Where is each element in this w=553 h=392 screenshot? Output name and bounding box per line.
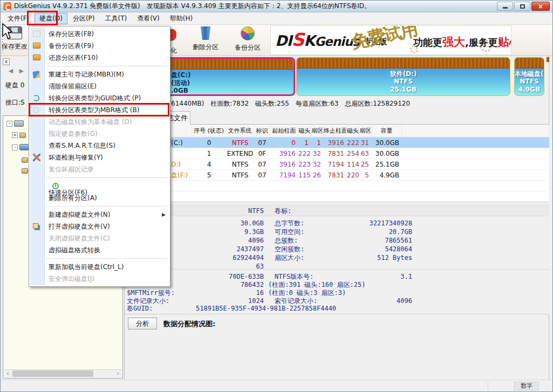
backup-partition-button[interactable]: 备份分区 [227, 26, 269, 52]
tree-node[interactable]: + [12, 132, 26, 138]
window-controls: × [497, 2, 550, 11]
menu-item-dynamic-to-basic: 动态磁盘转换为基本磁盘 (D) [29, 116, 170, 128]
horizontal-scrollbar[interactable]: ‹ › [4, 369, 122, 377]
prev-disk-button[interactable]: ◀ [6, 67, 15, 75]
volume-guid: 51891B5E-935F-4934-981B-2257858F4440 [196, 304, 336, 313]
menu-item-bad-track-check[interactable]: 坏道检测与修复(Y) [29, 152, 170, 163]
menu-item-quick-partition[interactable]: 快速分区(F6) [29, 180, 170, 192]
format-button[interactable]: 化 [170, 46, 177, 56]
details-divider [125, 269, 549, 270]
analyze-button[interactable]: 分析 [128, 318, 157, 329]
menu-item-convert-to-guid[interactable]: 转换分区表类型为GUID格式 (P) [29, 92, 170, 104]
menu-separator [29, 256, 170, 261]
detail-row: 9.3GB 可用空间: 20.7GB [125, 228, 470, 236]
tree-node[interactable] [20, 157, 28, 163]
detail-row: 70DE-633B NTFS版本号: 3.1 [125, 272, 470, 281]
rebuild-mbr-icon [32, 71, 40, 79]
table-row-f[interactable]: 盘(F:) 5 NTFS 07 7194 115 26 7831 220 5 4… [125, 170, 549, 181]
panel-close-button[interactable]: x [3, 58, 10, 65]
partition-bar-d[interactable]: 软件(D:) NTFS 25.1GB [296, 57, 510, 96]
backup-table-icon [33, 43, 40, 49]
menu-separator [29, 204, 170, 209]
partition-bar-top [515, 58, 544, 68]
disk-icon [14, 120, 24, 127]
menu-view[interactable]: 查看(V) [132, 13, 165, 24]
scroll-right-arrow[interactable]: › [114, 370, 122, 377]
detail-row: $MFTMirr簇号: 16 (柱面:0 磁头:3 扇区:3) [125, 288, 470, 297]
banner-trial-text: 免费试用 [349, 25, 420, 54]
menu-item-new-virtual-disk[interactable]: 新建虚拟硬盘文件(N)▶ [29, 209, 170, 221]
tree-node[interactable] [20, 168, 28, 174]
table-row-empty [125, 181, 549, 191]
partition-bar-clipped-edge [547, 57, 549, 62]
scroll-left-arrow[interactable]: ‹ [4, 370, 12, 377]
pie-chart-icon [241, 26, 255, 40]
table-header-row: 序号 (状态) 文件系统 标识 起始柱面 磁头 扇区 终止柱面 磁头 扇区 容量 [125, 125, 549, 137]
app-logo-icon [3, 2, 11, 10]
menu-help[interactable]: 帮助(H) [165, 13, 197, 24]
menu-separator [29, 64, 170, 68]
disk-label: 硬盘 0 [5, 81, 24, 90]
statusbar: 数字 [1, 380, 552, 391]
menu-partition[interactable]: 分区(P) [68, 13, 100, 24]
disk-nav: ◀ ▶ [6, 67, 26, 75]
quick-partition-clock-icon [52, 183, 59, 189]
detail-row: 786432 (柱面:391 磁头:160 扇区:25) [125, 280, 470, 289]
menu-item-delete-all-partitions[interactable]: 删除所有分区(A) [29, 192, 170, 204]
partition-table: 序号 (状态) 文件系统 标识 起始柱面 磁头 扇区 终止柱面 磁头 扇区 容量… [125, 125, 549, 202]
section-divider [125, 314, 549, 314]
menu-item-view-smart[interactable]: 查看S.M.A.R.T.信息(S) [29, 140, 170, 152]
detail-row: 62924494 扇区大小: 512 Bytes [125, 253, 470, 262]
disk-menu-popup: 保存分区表(F8) 备份分区表(F9) 还原分区表(F10) 重建主引导记录(M… [29, 26, 170, 287]
menu-tools[interactable]: 工具(T) [100, 13, 132, 24]
menu-item-safe-eject: 安全弹出磁盘(J) [29, 273, 170, 285]
tree-node[interactable]: - [12, 144, 29, 150]
disk-geometry-line: 61440MB) 柱面数:7832 磁头数:255 每道扇区数:63 总扇区数:… [125, 99, 549, 109]
restore-table-icon [33, 54, 40, 60]
annotation-box-convert-mbr [29, 103, 169, 116]
diskgenius-window: DiskGenius V4.9.2.371 免费版(单文件版) 发现新版本 V4… [0, 0, 553, 392]
detail-row: 4096 总簇数: 7865561 [125, 236, 470, 245]
scrollbar-thumb[interactable] [12, 370, 93, 377]
delete-partition-button[interactable]: 删除分区 [185, 26, 227, 52]
menu-item-open-virtual-disk[interactable]: 打开虚拟硬盘文件(V) [29, 221, 170, 232]
detail-row: 卷GUID: 51891B5E-935F-4934-981B-2257858F4… [125, 304, 470, 313]
partition-bar-f[interactable]: 本地磁盘(F:) NTFS 4.9GB [514, 57, 544, 96]
menu-item-rebuild-mbr[interactable]: 重建主引导记录(MBR)(M) [29, 68, 170, 80]
menu-item-save-partition-table: 保存分区表(F8) [29, 28, 170, 40]
menu-item-clear-reserved-sectors[interactable]: 清除保留扇区(E) [29, 80, 170, 92]
detail-row: 2437497 空闲簇数: 5428064 [125, 245, 470, 253]
trash-icon [200, 26, 211, 40]
collapse-icon[interactable]: - [12, 145, 18, 150]
window-title: DiskGenius V4.9.2.371 免费版(单文件版) 发现新版本 V4… [14, 2, 497, 11]
tree-node-disk[interactable]: - [6, 120, 24, 127]
close-button[interactable]: × [531, 2, 550, 11]
menu-item-backup-partition-table[interactable]: 备份分区表(F9) [29, 40, 170, 52]
menu-item-reload-current-disk[interactable]: 重新加载当前硬盘(Ctrl_L) [29, 261, 170, 273]
annotation-box-disk-menu [27, 11, 58, 25]
partition-icon [19, 144, 29, 150]
table-row-c[interactable]: (C:) 0 NTFS 07 0 1 1 3916 222 31 30.0GB [125, 137, 549, 148]
ad-banner[interactable]: DISKGenius 专业版 免费试用 功能更强大,服务更贴心 [270, 25, 511, 55]
menu-item-restore-partition-table[interactable]: 还原分区表(F10) [29, 52, 170, 64]
menu-item-set-disk-params: 指定硬盘参数(G) [29, 128, 170, 140]
partition-bar-top [297, 58, 510, 68]
collapse-icon[interactable]: - [6, 121, 12, 127]
table-row-extend[interactable]: 1 EXTEND 0F 3916 222 32 7831 254 63 30.0… [125, 148, 549, 159]
statusbar-divider [488, 382, 488, 390]
convert-guid-icon [33, 95, 39, 101]
table-row-empty [125, 191, 549, 202]
allocation-map-label: 数据分配情况图: [163, 319, 215, 329]
table-row-d[interactable]: D:) 4 NTFS 07 3916 223 32 7194 114 25 25… [125, 159, 549, 170]
bad-track-tools-icon [33, 154, 40, 161]
minimize-button[interactable] [497, 2, 513, 11]
main-panel: 盘(C:) (活动) .0GB 软件(D:) NTFS 25.1GB 本地磁盘(… [125, 56, 549, 381]
tab-strip: 浏览文件 [125, 111, 549, 125]
analyze-section: 分析 数据分配情况图: [125, 315, 549, 332]
format-icon [170, 29, 176, 41]
next-disk-button[interactable]: ▶ [17, 67, 26, 75]
expand-icon[interactable]: + [12, 132, 18, 138]
save-table-icon [33, 31, 40, 37]
menu-item-convert-vdisk-format[interactable]: 虚拟磁盘格式转换 [29, 244, 170, 256]
maximize-button[interactable] [514, 2, 530, 11]
